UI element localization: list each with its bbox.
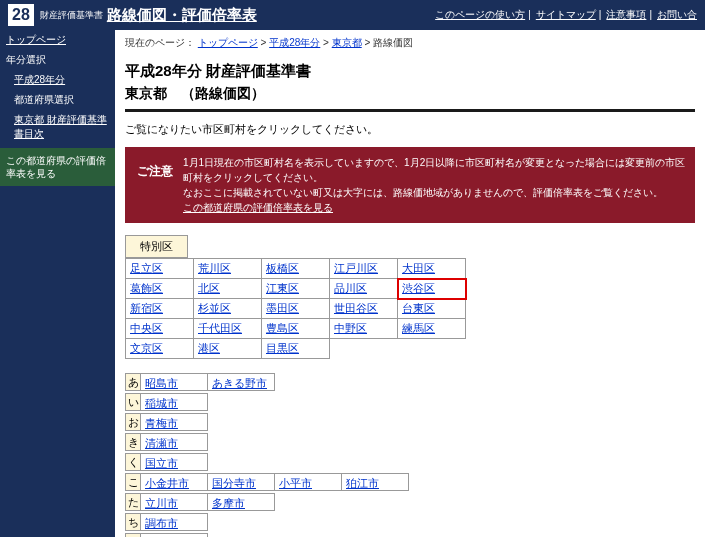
ward-link[interactable]: 足立区	[130, 262, 163, 274]
ward-cell: 世田谷区	[330, 299, 398, 319]
ward-link[interactable]: 中央区	[130, 322, 163, 334]
year-logo: 28	[8, 4, 34, 26]
header-link-caution[interactable]: 注意事項	[606, 9, 646, 20]
city-link[interactable]: 小平市	[279, 477, 312, 489]
ward-cell: 豊島区	[262, 319, 330, 339]
header-title[interactable]: 路線価図・評価倍率表	[107, 6, 257, 25]
header: 28 財産評価基準書 路線価図・評価倍率表 このページの使い方|サイトマップ|注…	[0, 0, 705, 30]
notice-body: 1月1日現在の市区町村名を表示していますので、1月2日以降に市区町村名が変更とな…	[183, 155, 687, 215]
city-cell: 青梅市	[140, 413, 208, 431]
sidebar-pref-select: 都道府県選択	[0, 90, 115, 110]
city-cell: 多摩市	[207, 493, 275, 511]
city-cell: 昭島市	[140, 373, 208, 391]
ward-cell	[398, 339, 466, 359]
ward-cell: 江東区	[262, 279, 330, 299]
city-cell: 稲城市	[140, 393, 208, 411]
breadcrumb-year[interactable]: 平成28年分	[269, 37, 320, 48]
sidebar-year-select: 年分選択	[0, 50, 115, 70]
city-link[interactable]: 狛江市	[346, 477, 379, 489]
city-list: あ昭島市あきる野市い稲城市お青梅市き清瀬市く国立市こ小金井市国分寺市小平市狛江市…	[125, 373, 695, 537]
city-cell: 小平市	[274, 473, 342, 491]
city-cell: 立川市	[140, 493, 208, 511]
page-subtitle: 東京都 （路線価図）	[125, 85, 695, 112]
sidebar-rate-banner[interactable]: この都道府県の評価倍率表を見る	[0, 148, 115, 186]
ward-cell: 品川区	[330, 279, 398, 299]
ward-section: 特別区 足立区荒川区板橋区江戸川区大田区葛飾区北区江東区品川区渋谷区新宿区杉並区…	[125, 235, 695, 359]
ward-link[interactable]: 台東区	[402, 302, 435, 314]
city-cell: 清瀬市	[140, 433, 208, 451]
city-link[interactable]: 立川市	[145, 497, 178, 509]
ward-cell: 文京区	[126, 339, 194, 359]
header-link-sitemap[interactable]: サイトマップ	[536, 9, 596, 20]
city-link[interactable]: 青梅市	[145, 417, 178, 429]
header-links: このページの使い方|サイトマップ|注意事項|お問い合	[433, 8, 697, 22]
breadcrumb-current: 路線価図	[373, 37, 413, 48]
ward-link[interactable]: 中野区	[334, 322, 367, 334]
city-index: あ	[125, 373, 141, 391]
sidebar-top-link[interactable]: トップページ	[0, 30, 115, 50]
city-link[interactable]: 昭島市	[145, 377, 178, 389]
city-index: ち	[125, 513, 141, 531]
ward-link[interactable]: 江戸川区	[334, 262, 378, 274]
main-content: 現在のページ： トップページ > 平成28年分 > 東京都 > 路線価図 平成2…	[115, 30, 705, 537]
sidebar-year-link[interactable]: 平成28年分	[0, 70, 115, 90]
city-link[interactable]: 多摩市	[212, 497, 245, 509]
ward-table: 足立区荒川区板橋区江戸川区大田区葛飾区北区江東区品川区渋谷区新宿区杉並区墨田区世…	[125, 258, 466, 359]
sidebar-toc-link[interactable]: 東京都 財産評価基準書目次	[0, 110, 115, 144]
header-link-usage[interactable]: このページの使い方	[435, 9, 525, 20]
city-index: き	[125, 433, 141, 451]
ward-link[interactable]: 港区	[198, 342, 220, 354]
header-link-contact[interactable]: お問い合	[657, 9, 697, 20]
ward-link[interactable]: 新宿区	[130, 302, 163, 314]
city-link[interactable]: 小金井市	[145, 477, 189, 489]
city-link[interactable]: 清瀬市	[145, 437, 178, 449]
city-cell: 調布市	[140, 513, 208, 531]
ward-cell: 渋谷区	[398, 279, 466, 299]
city-link[interactable]: 稲城市	[145, 397, 178, 409]
city-link[interactable]: 国立市	[145, 457, 178, 469]
ward-link[interactable]: 江東区	[266, 282, 299, 294]
city-cell: 国分寺市	[207, 473, 275, 491]
ward-cell: 足立区	[126, 259, 194, 279]
ward-cell: 荒川区	[194, 259, 262, 279]
ward-link[interactable]: 荒川区	[198, 262, 231, 274]
ward-link[interactable]: 渋谷区	[402, 282, 435, 294]
header-sublabel: 財産評価基準書	[40, 9, 103, 22]
breadcrumb: 現在のページ： トップページ > 平成28年分 > 東京都 > 路線価図	[125, 30, 695, 56]
ward-cell: 千代田区	[194, 319, 262, 339]
ward-link[interactable]: 世田谷区	[334, 302, 378, 314]
city-link[interactable]: あきる野市	[212, 377, 267, 389]
ward-link[interactable]: 北区	[198, 282, 220, 294]
ward-link[interactable]: 目黒区	[266, 342, 299, 354]
city-index: た	[125, 493, 141, 511]
ward-cell: 北区	[194, 279, 262, 299]
city-cell: 西東京市	[140, 533, 208, 537]
ward-link[interactable]: 文京区	[130, 342, 163, 354]
ward-link[interactable]: 杉並区	[198, 302, 231, 314]
notice-link[interactable]: この都道府県の評価倍率表を見る	[183, 202, 333, 213]
ward-cell: 板橋区	[262, 259, 330, 279]
city-index: に	[125, 533, 141, 537]
ward-link[interactable]: 葛飾区	[130, 282, 163, 294]
ward-link[interactable]: 板橋区	[266, 262, 299, 274]
ward-cell: 江戸川区	[330, 259, 398, 279]
ward-cell: 中野区	[330, 319, 398, 339]
city-link[interactable]: 調布市	[145, 517, 178, 529]
ward-cell: 目黒区	[262, 339, 330, 359]
ward-link[interactable]: 練馬区	[402, 322, 435, 334]
ward-link[interactable]: 墨田区	[266, 302, 299, 314]
ward-link[interactable]: 豊島区	[266, 322, 299, 334]
ward-link[interactable]: 大田区	[402, 262, 435, 274]
sidebar: トップページ 年分選択 平成28年分 都道府県選択 東京都 財産評価基準書目次 …	[0, 30, 115, 537]
ward-link[interactable]: 品川区	[334, 282, 367, 294]
city-index: い	[125, 393, 141, 411]
city-cell: あきる野市	[207, 373, 275, 391]
ward-header: 特別区	[125, 235, 188, 258]
ward-link[interactable]: 千代田区	[198, 322, 242, 334]
ward-cell: 中央区	[126, 319, 194, 339]
ward-cell: 新宿区	[126, 299, 194, 319]
breadcrumb-pref[interactable]: 東京都	[332, 37, 362, 48]
notice-label: ご注意	[133, 155, 183, 215]
city-link[interactable]: 国分寺市	[212, 477, 256, 489]
breadcrumb-top[interactable]: トップページ	[198, 37, 258, 48]
